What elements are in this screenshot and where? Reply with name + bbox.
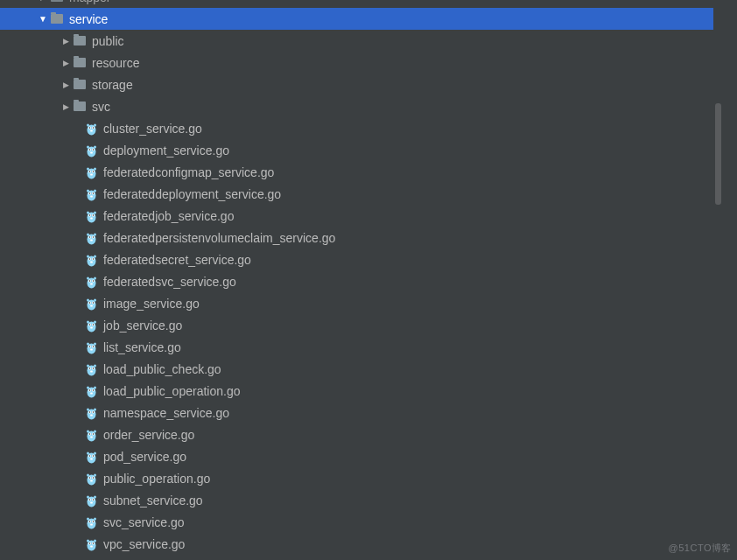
svg-point-33 xyxy=(87,211,89,214)
go-file-icon xyxy=(86,122,97,136)
tree-file[interactable]: public_operation.go xyxy=(0,467,721,489)
go-file-icon xyxy=(86,165,97,179)
file-label: order_service.go xyxy=(103,428,194,442)
svg-point-9 xyxy=(87,145,89,148)
svg-point-86 xyxy=(93,346,94,346)
svg-point-126 xyxy=(93,455,94,456)
svg-point-114 xyxy=(94,430,96,432)
go-file-icon xyxy=(86,144,97,158)
svg-point-70 xyxy=(93,302,94,303)
arrow-right-icon[interactable] xyxy=(60,102,72,111)
file-label: subnet_service.go xyxy=(103,494,203,508)
tree-file[interactable]: subnet_service.go xyxy=(0,489,721,511)
svg-rect-151 xyxy=(90,523,93,525)
tree-file[interactable]: pod_service.go xyxy=(0,445,721,467)
svg-point-82 xyxy=(94,342,96,345)
tree-folder-mapper[interactable]: mapper xyxy=(0,0,721,8)
svg-point-50 xyxy=(94,255,96,257)
file-label: load_public_check.go xyxy=(103,362,221,376)
svg-rect-55 xyxy=(90,261,93,262)
svg-point-89 xyxy=(87,364,89,367)
folder-icon xyxy=(74,80,86,89)
svg-rect-71 xyxy=(90,304,93,306)
tree-file[interactable]: job_service.go xyxy=(0,314,721,336)
svg-rect-31 xyxy=(90,195,93,197)
tree-folder-public[interactable]: public xyxy=(0,30,721,52)
svg-point-122 xyxy=(94,452,96,454)
folder-icon xyxy=(74,58,86,67)
svg-point-94 xyxy=(93,368,94,368)
svg-point-74 xyxy=(94,320,96,323)
svg-point-90 xyxy=(94,364,96,367)
file-label: federatedpersistenvolumeclaim_service.go xyxy=(103,231,335,245)
folder-icon xyxy=(74,102,86,111)
file-label: public_operation.go xyxy=(103,472,210,486)
svg-point-45 xyxy=(89,236,90,237)
arrow-right-icon[interactable] xyxy=(60,58,72,67)
svg-point-41 xyxy=(87,233,89,235)
file-label: federatedconfigmap_service.go xyxy=(103,165,274,179)
tree-file[interactable]: federateddeployment_service.go xyxy=(0,183,721,205)
svg-point-21 xyxy=(89,171,90,172)
svg-point-13 xyxy=(89,149,90,150)
arrow-down-icon[interactable] xyxy=(37,14,49,24)
tree-folder-resource[interactable]: resource xyxy=(0,52,721,74)
tree-file[interactable]: vpc_service.go xyxy=(0,533,721,555)
scrollbar-thumb[interactable] xyxy=(715,103,721,205)
svg-rect-111 xyxy=(90,414,93,416)
svg-point-138 xyxy=(94,495,96,498)
go-file-icon xyxy=(86,340,97,354)
arrow-right-icon[interactable] xyxy=(60,80,72,89)
svg-rect-7 xyxy=(90,130,93,131)
svg-point-1 xyxy=(87,123,89,126)
tree-file[interactable]: order_service.go xyxy=(0,424,721,445)
svg-point-62 xyxy=(93,280,94,281)
go-file-icon xyxy=(86,537,97,551)
tree-file[interactable]: federatedsecret_service.go xyxy=(0,248,721,270)
tree-file[interactable]: load_public_check.go xyxy=(0,358,721,380)
tree-file[interactable]: federatedjob_service.go xyxy=(0,205,721,227)
go-file-icon xyxy=(86,362,97,376)
tree-file[interactable]: namespace_service.go xyxy=(0,402,721,424)
svg-point-157 xyxy=(89,542,90,543)
svg-rect-159 xyxy=(90,545,93,547)
tree-file[interactable]: cluster_service.go xyxy=(0,117,721,139)
tree-file[interactable]: deployment_service.go xyxy=(0,139,721,161)
go-file-icon xyxy=(86,253,97,267)
svg-rect-143 xyxy=(90,501,93,503)
tree-folder-storage[interactable]: storage xyxy=(0,74,721,95)
svg-rect-15 xyxy=(90,151,93,153)
tree-file[interactable]: list_service.go xyxy=(0,336,721,358)
tree-file[interactable]: svc_service.go xyxy=(0,511,721,533)
tree-folder-svc[interactable]: svc xyxy=(0,95,721,117)
svg-point-29 xyxy=(89,192,90,193)
tree-file[interactable]: load_public_operation.go xyxy=(0,380,721,402)
arrow-right-icon[interactable] xyxy=(60,36,72,46)
tree-file[interactable]: federatedconfigmap_service.go xyxy=(0,161,721,183)
svg-point-121 xyxy=(87,452,89,454)
go-file-icon xyxy=(86,209,97,223)
scrollbar-track[interactable] xyxy=(713,0,723,560)
svg-point-150 xyxy=(93,521,94,522)
go-file-icon xyxy=(86,406,97,420)
svg-point-113 xyxy=(87,430,89,432)
svg-point-5 xyxy=(89,127,90,128)
tree-file[interactable]: federatedsvc_service.go xyxy=(0,270,721,292)
svg-point-142 xyxy=(93,499,94,500)
svg-point-134 xyxy=(93,477,94,478)
folder-label: resource xyxy=(92,56,139,70)
tree-file[interactable]: federatedpersistenvolumeclaim_service.go xyxy=(0,227,721,248)
svg-point-14 xyxy=(93,149,94,150)
svg-rect-23 xyxy=(90,173,93,175)
go-file-icon xyxy=(86,472,97,486)
svg-rect-63 xyxy=(90,283,93,284)
svg-point-18 xyxy=(94,167,96,170)
go-file-icon xyxy=(86,231,97,245)
folder-icon xyxy=(51,14,63,24)
tree-folder-service[interactable]: service xyxy=(0,8,721,30)
tree-file[interactable]: image_service.go xyxy=(0,292,721,314)
go-file-icon xyxy=(86,384,97,398)
folder-icon xyxy=(51,0,63,2)
svg-point-146 xyxy=(94,517,96,520)
arrow-right-icon[interactable] xyxy=(37,0,49,2)
